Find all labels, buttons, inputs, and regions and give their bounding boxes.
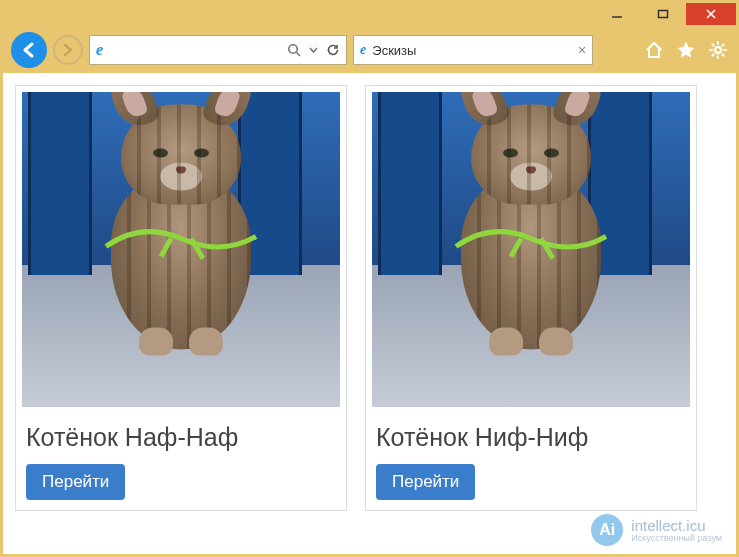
page-content: Котёнок Наф-Наф Перейти — [3, 73, 736, 554]
browser-tab[interactable]: e Эскизы × — [353, 35, 593, 65]
ie-logo-icon: e — [96, 41, 103, 59]
svg-line-13 — [722, 44, 724, 46]
close-button[interactable] — [686, 3, 736, 25]
thumbnail-image — [372, 92, 690, 407]
nav-back-button[interactable] — [11, 32, 47, 68]
nav-forward-button[interactable] — [53, 35, 83, 65]
toolbar: e e Эскизы × — [3, 31, 736, 73]
ie-logo-icon: e — [360, 42, 366, 58]
svg-line-12 — [722, 54, 724, 56]
svg-rect-1 — [659, 11, 668, 18]
go-button[interactable]: Перейти — [26, 464, 125, 500]
watermark-text: intellect.icu — [631, 518, 722, 533]
arrow-left-icon — [19, 40, 39, 60]
watermark-subtitle: Искусственный разум — [631, 533, 722, 543]
thumbnail-image — [22, 92, 340, 407]
tab-close-button[interactable]: × — [578, 42, 586, 58]
browser-window: e e Эскизы × — [3, 3, 736, 554]
svg-line-5 — [297, 53, 301, 57]
settings-gear-icon[interactable] — [708, 40, 728, 60]
svg-point-6 — [715, 47, 721, 53]
titlebar — [3, 3, 736, 31]
address-input[interactable] — [109, 36, 281, 64]
tab-title: Эскизы — [372, 43, 572, 58]
minimize-button[interactable] — [594, 3, 640, 25]
watermark-badge: Ai — [591, 514, 623, 546]
maximize-icon — [657, 8, 669, 20]
search-icon[interactable] — [287, 43, 301, 57]
card-caption: Котёнок Наф-Наф — [26, 423, 336, 452]
thumbnail-card: Котёнок Наф-Наф Перейти — [15, 85, 347, 511]
home-icon[interactable] — [644, 40, 664, 60]
toolbar-right-icons — [644, 40, 728, 60]
favorites-star-icon[interactable] — [676, 40, 696, 60]
kitten-illustration — [461, 175, 601, 350]
kitten-illustration — [111, 175, 251, 350]
minimize-icon — [611, 8, 623, 20]
svg-point-4 — [289, 45, 297, 53]
svg-line-14 — [712, 54, 714, 56]
maximize-button[interactable] — [640, 3, 686, 25]
watermark: Ai intellect.icu Искусственный разум — [591, 514, 722, 546]
chevron-down-icon[interactable] — [309, 43, 318, 57]
card-caption: Котёнок Ниф-Ниф — [376, 423, 686, 452]
go-button[interactable]: Перейти — [376, 464, 475, 500]
svg-line-11 — [712, 44, 714, 46]
close-icon — [705, 8, 717, 20]
address-bar[interactable]: e — [89, 35, 347, 65]
refresh-icon[interactable] — [326, 43, 340, 57]
arrow-right-icon — [61, 43, 75, 57]
thumbnail-card: Котёнок Ниф-Ниф Перейти — [365, 85, 697, 511]
